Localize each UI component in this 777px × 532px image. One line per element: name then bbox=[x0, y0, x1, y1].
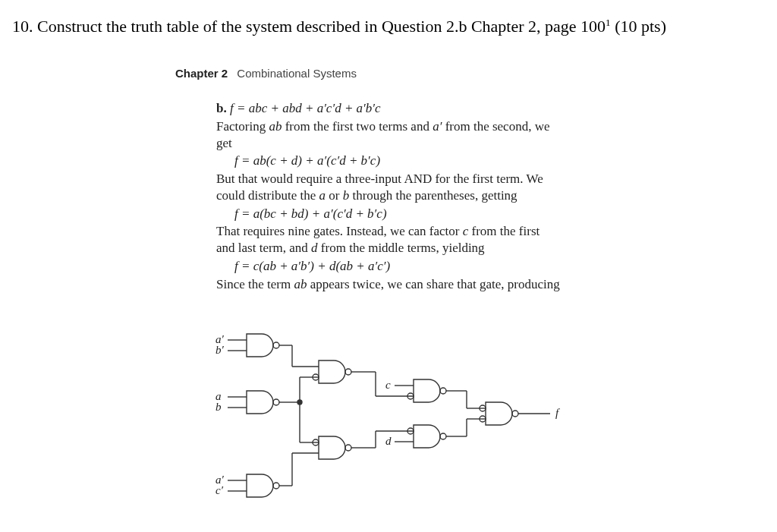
question-sup: 1 bbox=[606, 17, 611, 28]
chapter-header: Chapter 2 Combinational Systems bbox=[175, 67, 357, 80]
label-f: f bbox=[555, 407, 560, 419]
nand-gate-icon bbox=[247, 391, 279, 414]
equation-1: f = abc + abd + a′c′d + a′b′c bbox=[230, 101, 381, 115]
equation-2: f = ab(c + d) + a′(c′d + b′c) bbox=[216, 153, 562, 169]
nand-gate-icon bbox=[414, 379, 446, 402]
paragraph-1: Factoring ab from the first two terms an… bbox=[216, 118, 562, 152]
item-b-label: b. bbox=[216, 101, 227, 115]
paragraph-2: But that would require a three-input AND… bbox=[216, 171, 562, 204]
equation-4: f = c(ab + a′b′) + d(ab + a′c′) bbox=[216, 258, 562, 275]
question-number: 10. bbox=[12, 17, 33, 36]
label-d: d bbox=[385, 435, 392, 447]
nand-gate-icon bbox=[486, 402, 518, 425]
question-line: 10. Construct the truth table of the sys… bbox=[12, 17, 666, 36]
label-c: c bbox=[385, 379, 391, 391]
nand-gate-icon bbox=[414, 425, 446, 448]
paragraph-3: That requires nine gates. Instead, we ca… bbox=[216, 223, 562, 257]
chapter-label: Chapter 2 bbox=[175, 67, 228, 80]
nand-gate-icon bbox=[247, 474, 279, 497]
logic-circuit-diagram: a′ b′ a b a′ c′ bbox=[205, 326, 584, 524]
label-b-prime: b′ bbox=[215, 344, 225, 356]
equation-3: f = a(bc + bd) + a′(c′d + b′c) bbox=[216, 206, 562, 222]
circuit-svg: a′ b′ a b a′ c′ bbox=[205, 326, 584, 524]
body-text: b. f = abc + abd + a′c′d + a′b′c Factori… bbox=[216, 100, 562, 294]
nand-gate-icon bbox=[247, 334, 279, 357]
label-c-prime: c′ bbox=[215, 484, 224, 496]
paragraph-4: Since the term ab appears twice, we can … bbox=[216, 276, 562, 293]
question-text-after: (10 pts) bbox=[611, 17, 666, 36]
page: 10. Construct the truth table of the sys… bbox=[0, 0, 777, 532]
nand-gate-icon bbox=[319, 360, 351, 383]
nand-gate-icon bbox=[319, 436, 351, 459]
chapter-title: Combinational Systems bbox=[237, 67, 357, 80]
label-b: b bbox=[215, 401, 222, 413]
question-text-before: Construct the truth table of the system … bbox=[37, 17, 606, 36]
